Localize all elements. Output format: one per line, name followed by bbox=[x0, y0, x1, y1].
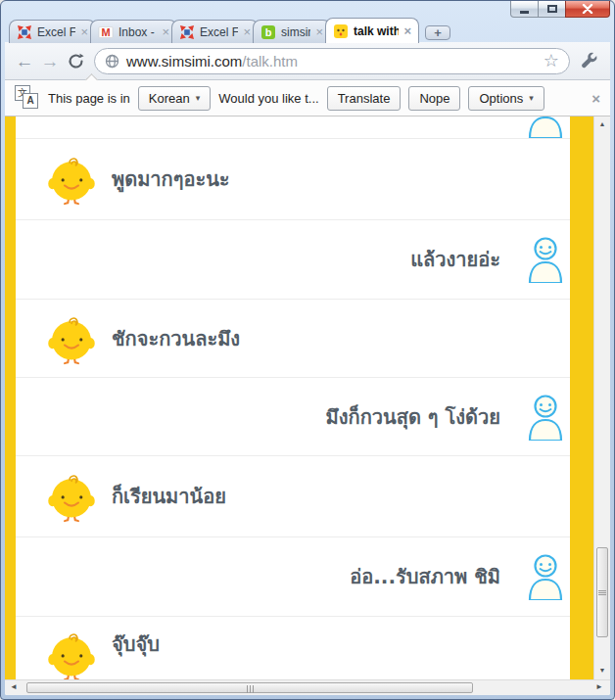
horizontal-scrollbar[interactable]: ◄ ► bbox=[5, 679, 610, 695]
maximize-button[interactable] bbox=[538, 1, 566, 18]
minimize-icon bbox=[520, 11, 529, 14]
chat-row-bot: ชักจะกวนละมึง bbox=[16, 300, 570, 378]
close-window-button[interactable] bbox=[565, 1, 610, 18]
browser-window: Excel For × M Inbox - s × Excel For × b … bbox=[0, 0, 615, 700]
user-message-text: อ่อ...รับสภาพ ชิมิ bbox=[350, 561, 500, 592]
user-message-text: แล้วงายอ่ะ bbox=[410, 244, 500, 275]
new-tab-button[interactable]: + bbox=[425, 25, 450, 40]
chat-row-user: อ่อ...รับสภาพ ชิมิ bbox=[16, 537, 570, 617]
chat-row-user: แล้วงายอ่ะ bbox=[16, 220, 570, 300]
translate-button[interactable]: Translate bbox=[327, 86, 402, 111]
simsimi-site-icon: b bbox=[260, 24, 276, 40]
page-right-border bbox=[570, 117, 593, 679]
reload-button[interactable] bbox=[64, 53, 87, 70]
vertical-scrollbar-thumb[interactable] bbox=[596, 547, 608, 637]
window-controls bbox=[511, 1, 610, 18]
thumb-grip bbox=[246, 679, 255, 696]
chat-row-partial bbox=[16, 117, 570, 139]
chat-row-bot: พูดมากๆอะนะ bbox=[16, 139, 570, 220]
tab-excel-forum-1[interactable]: Excel For × bbox=[9, 20, 96, 43]
wrench-icon bbox=[581, 52, 598, 70]
svg-text:b: b bbox=[265, 26, 272, 38]
tab-close-icon[interactable]: × bbox=[403, 24, 411, 37]
tab-gmail-inbox[interactable]: M Inbox - s × bbox=[90, 20, 177, 43]
reload-icon bbox=[68, 53, 84, 70]
address-bar[interactable]: www.simsimi.com/talk.htm ☆ bbox=[94, 48, 570, 74]
user-avatar-icon bbox=[526, 394, 565, 441]
wrench-menu-button[interactable] bbox=[577, 52, 602, 70]
close-icon bbox=[582, 4, 593, 14]
options-dropdown-label: Options bbox=[479, 91, 523, 106]
user-message-text: มึงก็กวนสุด ๆ โง่ด้วย bbox=[326, 401, 500, 433]
back-button[interactable]: ← bbox=[13, 52, 36, 70]
translate-button-label: Translate bbox=[338, 91, 391, 106]
page-left-border bbox=[5, 117, 16, 679]
translate-infobar: 文 A This page is in Korean ▾ Would you l… bbox=[5, 80, 610, 117]
horizontal-scrollbar-thumb[interactable] bbox=[26, 682, 473, 693]
tab-close-icon[interactable]: × bbox=[315, 25, 323, 38]
tab-label: Excel For bbox=[200, 25, 238, 39]
simsimi-avatar-icon bbox=[45, 312, 98, 365]
globe-icon bbox=[105, 54, 119, 69]
nope-button-label: Nope bbox=[419, 91, 449, 106]
url-host: www.simsimi.com bbox=[126, 53, 242, 70]
svg-text:M: M bbox=[101, 25, 110, 37]
tab-strip: Excel For × M Inbox - s × Excel For × b … bbox=[9, 18, 450, 43]
user-avatar-icon bbox=[526, 553, 565, 600]
scroll-left-icon[interactable]: ◄ bbox=[10, 683, 18, 691]
translate-a-glyph: A bbox=[23, 93, 38, 109]
bookmark-star-icon[interactable]: ☆ bbox=[544, 52, 559, 70]
chat-log: พูดมากๆอะนะ แล้วงายอ่ะ ชักจะกวนละมึง bbox=[16, 117, 570, 679]
forward-button[interactable]: → bbox=[38, 52, 62, 70]
bot-message-text: จุ๊บจุ๊บ bbox=[112, 629, 160, 660]
tab-close-icon[interactable]: × bbox=[80, 25, 88, 38]
scroll-right-icon[interactable]: ► bbox=[595, 683, 603, 691]
vertical-scrollbar[interactable]: ▲ ▼ bbox=[593, 117, 610, 679]
simsimi-avatar-icon bbox=[45, 153, 98, 206]
simsimi-face-icon bbox=[333, 23, 349, 39]
tab-close-icon[interactable]: × bbox=[243, 25, 251, 38]
chevron-down-icon: ▾ bbox=[529, 93, 534, 103]
page-viewport: พูดมากๆอะนะ แล้วงายอ่ะ ชักจะกวนละมึง bbox=[5, 117, 610, 679]
simsimi-avatar-icon bbox=[45, 629, 98, 679]
url-text[interactable]: www.simsimi.com/talk.htm bbox=[126, 53, 298, 70]
tab-close-icon[interactable]: × bbox=[162, 25, 169, 38]
maximize-icon bbox=[547, 5, 557, 13]
language-dropdown-value: Korean bbox=[149, 91, 190, 106]
bot-message-text: ชักจะกวนละมึง bbox=[112, 323, 240, 354]
options-dropdown[interactable]: Options ▾ bbox=[468, 86, 544, 111]
infobar-message-question: Would you like t... bbox=[218, 91, 318, 106]
chat-row-bot: จุ๊บจุ๊บ bbox=[16, 617, 570, 679]
language-dropdown[interactable]: Korean ▾ bbox=[138, 86, 211, 111]
excelforum-icon bbox=[17, 24, 32, 40]
bot-message-text: พูดมากๆอะนะ bbox=[112, 163, 230, 195]
chat-row-user: มึงก็กวนสุด ๆ โง่ด้วย bbox=[16, 378, 570, 456]
infobar-close-icon[interactable]: × bbox=[591, 90, 600, 107]
translate-icon: 文 A bbox=[15, 85, 40, 111]
simsimi-talk-page: พูดมากๆอะนะ แล้วงายอ่ะ ชักจะกวนละมึง bbox=[5, 117, 593, 679]
user-avatar-icon bbox=[526, 117, 565, 138]
tab-label: Excel For bbox=[37, 25, 75, 39]
tab-label: simsimi bbox=[281, 25, 310, 39]
url-path: /talk.htm bbox=[242, 53, 298, 70]
excelforum-icon bbox=[179, 24, 195, 40]
chevron-down-icon: ▾ bbox=[196, 93, 201, 103]
tab-excel-forum-2[interactable]: Excel For × bbox=[171, 20, 259, 43]
navigation-toolbar: ← → www.simsimi.com/talk.htm ☆ bbox=[5, 42, 610, 80]
scroll-down-icon[interactable]: ▼ bbox=[594, 667, 610, 674]
tab-label: talk with bbox=[354, 24, 399, 38]
tab-simsimi[interactable]: b simsimi × bbox=[253, 20, 331, 43]
minimize-button[interactable] bbox=[510, 1, 539, 18]
bot-message-text: ก็เรียนมาน้อย bbox=[112, 481, 226, 512]
infobar-message-prefix: This page is in bbox=[48, 91, 130, 106]
user-avatar-icon bbox=[526, 236, 565, 283]
simsimi-avatar-icon bbox=[45, 470, 98, 523]
browser-body: ← → www.simsimi.com/talk.htm ☆ bbox=[5, 42, 610, 695]
tab-talk-with-simsimi[interactable]: talk with × bbox=[325, 18, 419, 43]
nope-button[interactable]: Nope bbox=[408, 86, 460, 111]
chat-row-bot: ก็เรียนมาน้อย bbox=[16, 456, 570, 537]
tab-label: Inbox - s bbox=[118, 25, 157, 39]
scroll-up-icon[interactable]: ▲ bbox=[594, 120, 610, 127]
gmail-icon: M bbox=[98, 24, 114, 40]
thumb-grip bbox=[597, 589, 607, 596]
